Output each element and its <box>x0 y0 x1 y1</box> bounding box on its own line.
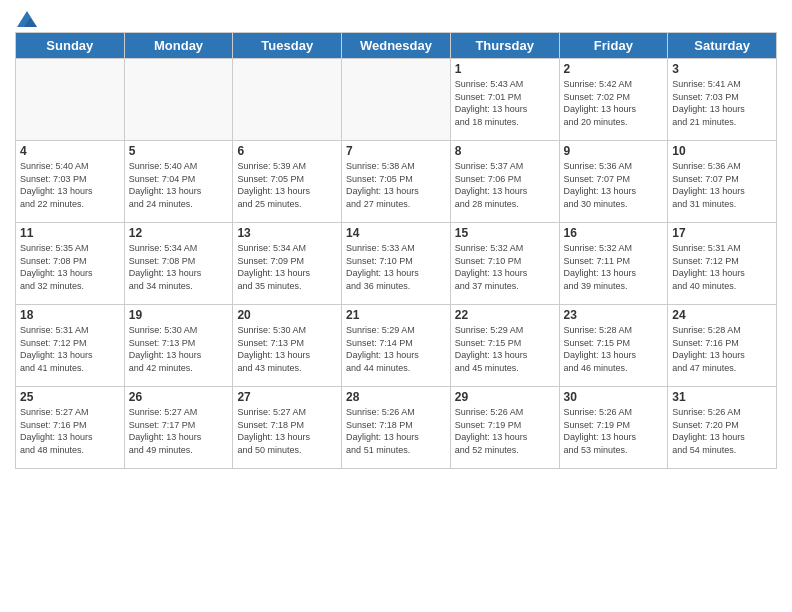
table-row: 31Sunrise: 5:26 AM Sunset: 7:20 PM Dayli… <box>668 387 777 469</box>
calendar-table: Sunday Monday Tuesday Wednesday Thursday… <box>15 32 777 469</box>
day-info: Sunrise: 5:28 AM Sunset: 7:15 PM Dayligh… <box>564 324 664 374</box>
day-info: Sunrise: 5:43 AM Sunset: 7:01 PM Dayligh… <box>455 78 555 128</box>
table-row: 19Sunrise: 5:30 AM Sunset: 7:13 PM Dayli… <box>124 305 233 387</box>
day-info: Sunrise: 5:28 AM Sunset: 7:16 PM Dayligh… <box>672 324 772 374</box>
page: Sunday Monday Tuesday Wednesday Thursday… <box>0 0 792 612</box>
logo-icon <box>16 10 38 28</box>
day-info: Sunrise: 5:39 AM Sunset: 7:05 PM Dayligh… <box>237 160 337 210</box>
day-number: 9 <box>564 144 664 158</box>
col-wednesday: Wednesday <box>342 33 451 59</box>
day-number: 12 <box>129 226 229 240</box>
table-row: 7Sunrise: 5:38 AM Sunset: 7:05 PM Daylig… <box>342 141 451 223</box>
day-number: 19 <box>129 308 229 322</box>
col-friday: Friday <box>559 33 668 59</box>
col-sunday: Sunday <box>16 33 125 59</box>
table-row: 10Sunrise: 5:36 AM Sunset: 7:07 PM Dayli… <box>668 141 777 223</box>
day-number: 20 <box>237 308 337 322</box>
day-number: 6 <box>237 144 337 158</box>
col-thursday: Thursday <box>450 33 559 59</box>
table-row: 14Sunrise: 5:33 AM Sunset: 7:10 PM Dayli… <box>342 223 451 305</box>
day-number: 14 <box>346 226 446 240</box>
day-number: 7 <box>346 144 446 158</box>
table-row: 12Sunrise: 5:34 AM Sunset: 7:08 PM Dayli… <box>124 223 233 305</box>
day-info: Sunrise: 5:40 AM Sunset: 7:03 PM Dayligh… <box>20 160 120 210</box>
table-row: 18Sunrise: 5:31 AM Sunset: 7:12 PM Dayli… <box>16 305 125 387</box>
day-info: Sunrise: 5:27 AM Sunset: 7:16 PM Dayligh… <box>20 406 120 456</box>
day-number: 24 <box>672 308 772 322</box>
day-info: Sunrise: 5:41 AM Sunset: 7:03 PM Dayligh… <box>672 78 772 128</box>
col-monday: Monday <box>124 33 233 59</box>
day-info: Sunrise: 5:30 AM Sunset: 7:13 PM Dayligh… <box>237 324 337 374</box>
table-row: 16Sunrise: 5:32 AM Sunset: 7:11 PM Dayli… <box>559 223 668 305</box>
table-row: 11Sunrise: 5:35 AM Sunset: 7:08 PM Dayli… <box>16 223 125 305</box>
calendar-week-row: 25Sunrise: 5:27 AM Sunset: 7:16 PM Dayli… <box>16 387 777 469</box>
table-row: 21Sunrise: 5:29 AM Sunset: 7:14 PM Dayli… <box>342 305 451 387</box>
day-info: Sunrise: 5:34 AM Sunset: 7:08 PM Dayligh… <box>129 242 229 292</box>
day-number: 16 <box>564 226 664 240</box>
day-number: 25 <box>20 390 120 404</box>
day-info: Sunrise: 5:34 AM Sunset: 7:09 PM Dayligh… <box>237 242 337 292</box>
day-info: Sunrise: 5:26 AM Sunset: 7:19 PM Dayligh… <box>564 406 664 456</box>
table-row: 4Sunrise: 5:40 AM Sunset: 7:03 PM Daylig… <box>16 141 125 223</box>
header <box>15 10 777 24</box>
calendar-week-row: 18Sunrise: 5:31 AM Sunset: 7:12 PM Dayli… <box>16 305 777 387</box>
day-number: 23 <box>564 308 664 322</box>
day-number: 15 <box>455 226 555 240</box>
day-number: 29 <box>455 390 555 404</box>
day-number: 30 <box>564 390 664 404</box>
table-row: 26Sunrise: 5:27 AM Sunset: 7:17 PM Dayli… <box>124 387 233 469</box>
logo <box>15 10 39 24</box>
table-row: 15Sunrise: 5:32 AM Sunset: 7:10 PM Dayli… <box>450 223 559 305</box>
day-info: Sunrise: 5:36 AM Sunset: 7:07 PM Dayligh… <box>672 160 772 210</box>
day-info: Sunrise: 5:27 AM Sunset: 7:17 PM Dayligh… <box>129 406 229 456</box>
table-row: 3Sunrise: 5:41 AM Sunset: 7:03 PM Daylig… <box>668 59 777 141</box>
table-row: 20Sunrise: 5:30 AM Sunset: 7:13 PM Dayli… <box>233 305 342 387</box>
table-row: 2Sunrise: 5:42 AM Sunset: 7:02 PM Daylig… <box>559 59 668 141</box>
day-info: Sunrise: 5:26 AM Sunset: 7:18 PM Dayligh… <box>346 406 446 456</box>
day-info: Sunrise: 5:29 AM Sunset: 7:14 PM Dayligh… <box>346 324 446 374</box>
day-number: 10 <box>672 144 772 158</box>
day-number: 28 <box>346 390 446 404</box>
logo-line <box>15 10 39 28</box>
day-info: Sunrise: 5:33 AM Sunset: 7:10 PM Dayligh… <box>346 242 446 292</box>
day-info: Sunrise: 5:32 AM Sunset: 7:10 PM Dayligh… <box>455 242 555 292</box>
day-info: Sunrise: 5:40 AM Sunset: 7:04 PM Dayligh… <box>129 160 229 210</box>
day-number: 13 <box>237 226 337 240</box>
day-info: Sunrise: 5:26 AM Sunset: 7:19 PM Dayligh… <box>455 406 555 456</box>
day-info: Sunrise: 5:27 AM Sunset: 7:18 PM Dayligh… <box>237 406 337 456</box>
table-row: 27Sunrise: 5:27 AM Sunset: 7:18 PM Dayli… <box>233 387 342 469</box>
day-info: Sunrise: 5:32 AM Sunset: 7:11 PM Dayligh… <box>564 242 664 292</box>
calendar-week-row: 1Sunrise: 5:43 AM Sunset: 7:01 PM Daylig… <box>16 59 777 141</box>
table-row <box>233 59 342 141</box>
day-info: Sunrise: 5:36 AM Sunset: 7:07 PM Dayligh… <box>564 160 664 210</box>
table-row: 5Sunrise: 5:40 AM Sunset: 7:04 PM Daylig… <box>124 141 233 223</box>
day-number: 31 <box>672 390 772 404</box>
day-info: Sunrise: 5:37 AM Sunset: 7:06 PM Dayligh… <box>455 160 555 210</box>
day-number: 1 <box>455 62 555 76</box>
day-info: Sunrise: 5:26 AM Sunset: 7:20 PM Dayligh… <box>672 406 772 456</box>
calendar-header-row: Sunday Monday Tuesday Wednesday Thursday… <box>16 33 777 59</box>
table-row: 8Sunrise: 5:37 AM Sunset: 7:06 PM Daylig… <box>450 141 559 223</box>
table-row: 28Sunrise: 5:26 AM Sunset: 7:18 PM Dayli… <box>342 387 451 469</box>
day-number: 11 <box>20 226 120 240</box>
day-number: 8 <box>455 144 555 158</box>
col-saturday: Saturday <box>668 33 777 59</box>
day-number: 2 <box>564 62 664 76</box>
table-row: 1Sunrise: 5:43 AM Sunset: 7:01 PM Daylig… <box>450 59 559 141</box>
day-number: 3 <box>672 62 772 76</box>
calendar-week-row: 4Sunrise: 5:40 AM Sunset: 7:03 PM Daylig… <box>16 141 777 223</box>
table-row: 29Sunrise: 5:26 AM Sunset: 7:19 PM Dayli… <box>450 387 559 469</box>
table-row: 24Sunrise: 5:28 AM Sunset: 7:16 PM Dayli… <box>668 305 777 387</box>
table-row: 6Sunrise: 5:39 AM Sunset: 7:05 PM Daylig… <box>233 141 342 223</box>
table-row <box>124 59 233 141</box>
calendar-week-row: 11Sunrise: 5:35 AM Sunset: 7:08 PM Dayli… <box>16 223 777 305</box>
day-number: 17 <box>672 226 772 240</box>
day-number: 4 <box>20 144 120 158</box>
table-row: 9Sunrise: 5:36 AM Sunset: 7:07 PM Daylig… <box>559 141 668 223</box>
day-info: Sunrise: 5:42 AM Sunset: 7:02 PM Dayligh… <box>564 78 664 128</box>
day-number: 5 <box>129 144 229 158</box>
table-row <box>16 59 125 141</box>
day-info: Sunrise: 5:31 AM Sunset: 7:12 PM Dayligh… <box>672 242 772 292</box>
day-info: Sunrise: 5:38 AM Sunset: 7:05 PM Dayligh… <box>346 160 446 210</box>
day-number: 22 <box>455 308 555 322</box>
